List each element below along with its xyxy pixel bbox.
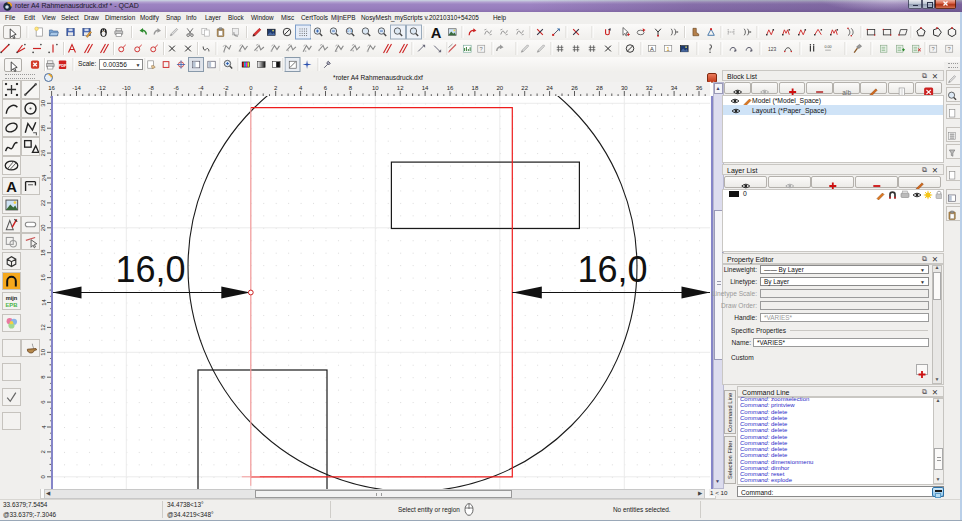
svg-text:?: ? [932, 46, 935, 52]
svg-text:123: 123 [768, 47, 776, 52]
svg-text:18: 18 [41, 249, 47, 256]
svg-text:12: 12 [397, 85, 404, 91]
svg-text:24: 24 [41, 174, 47, 181]
svg-text:-12: -12 [97, 85, 106, 91]
svg-text:30: 30 [621, 85, 628, 91]
svg-text:16,0: 16,0 [115, 249, 185, 290]
svg-text:0.00: 0.00 [824, 45, 831, 49]
svg-text:16: 16 [447, 85, 454, 91]
svg-text:12: 12 [41, 323, 47, 330]
svg-text:36: 36 [696, 85, 703, 91]
svg-text:10: 10 [372, 85, 379, 91]
svg-text:28: 28 [596, 85, 603, 91]
svg-text:?: ? [480, 46, 483, 52]
svg-text:16,0: 16,0 [577, 249, 647, 290]
svg-text:20: 20 [41, 224, 47, 231]
svg-text:16: 16 [41, 274, 47, 281]
svg-text:A: A [431, 25, 442, 41]
svg-text:1:1: 1:1 [347, 29, 352, 33]
svg-text:10: 10 [41, 348, 47, 355]
svg-text:30: 30 [41, 99, 47, 106]
svg-text:34: 34 [671, 85, 678, 91]
svg-text:-14: -14 [72, 85, 81, 91]
svg-text:18: 18 [472, 85, 479, 91]
svg-text:EPB: EPB [5, 302, 17, 308]
svg-text:20: 20 [496, 85, 503, 91]
svg-text:mijn: mijn [6, 295, 18, 301]
svg-text:PDF: PDF [58, 63, 67, 68]
svg-text:-2: -2 [223, 85, 229, 91]
svg-text:26: 26 [571, 85, 578, 91]
svg-text:?: ? [948, 46, 951, 52]
svg-text:A: A [650, 46, 654, 52]
svg-text:A: A [6, 179, 17, 194]
svg-text:1: 1 [666, 46, 669, 52]
svg-text:-10: -10 [122, 85, 131, 91]
svg-text:-6: -6 [173, 85, 179, 91]
svg-text:16: 16 [48, 85, 55, 91]
svg-text:14: 14 [41, 299, 47, 306]
svg-text:22: 22 [41, 199, 47, 206]
svg-text:32: 32 [646, 85, 653, 91]
svg-text:28: 28 [41, 124, 47, 131]
svg-text:22: 22 [521, 85, 528, 91]
svg-text:-4: -4 [198, 85, 204, 91]
svg-text:26: 26 [41, 149, 47, 156]
svg-text:-8: -8 [149, 85, 155, 91]
svg-text:24: 24 [546, 85, 553, 91]
svg-text:14: 14 [422, 85, 429, 91]
